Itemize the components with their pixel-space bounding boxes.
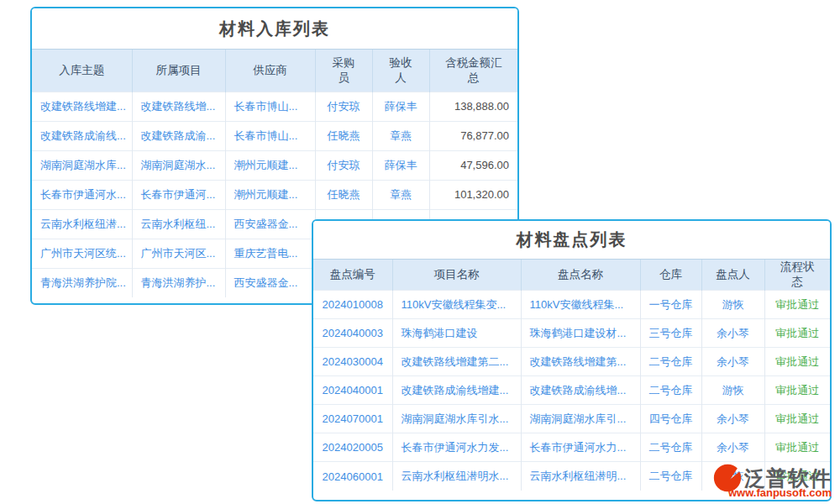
table-cell[interactable]: 改建铁路线增建第二... — [392, 348, 521, 376]
table-cell[interactable]: 改建铁路成渝线增建... — [392, 376, 521, 405]
table-row: 2024030004改建铁路线增建第二...改建铁路线增建第...二号仓库余小琴… — [313, 348, 830, 376]
table-cell[interactable]: 审批通过 — [764, 405, 830, 433]
table-cell[interactable]: 任晓燕 — [315, 180, 372, 209]
column-header: 含税金额汇总 — [429, 50, 517, 92]
table-cell[interactable]: 长春市博山... — [225, 121, 315, 150]
table-cell[interactable]: 2024040001 — [313, 376, 392, 405]
table-cell[interactable]: 二号仓库 — [640, 376, 701, 405]
material-inventory-panel: 材料盘点列表 盘点编号项目名称盘点名称仓库盘点人流程状态 20240100081… — [312, 219, 832, 501]
table-row: 改建铁路线增建...改建铁路线增...长春市博山...付安琼薛保丰138,888… — [32, 92, 517, 121]
table-cell[interactable]: 110kV安徽线程集... — [521, 291, 640, 319]
table-cell[interactable]: 章燕 — [372, 180, 429, 209]
table-cell[interactable]: 游恢 — [701, 291, 764, 319]
table-cell[interactable]: 云南水利枢纽潜... — [32, 209, 132, 239]
table-cell[interactable]: 潮州元顺建... — [225, 180, 315, 209]
table-cell[interactable]: 2024020005 — [313, 433, 392, 462]
table-cell[interactable]: 重庆艺普电... — [225, 239, 315, 268]
column-header: 入库主题 — [32, 50, 132, 92]
table-cell[interactable]: 任晓燕 — [315, 121, 372, 150]
table-cell[interactable]: 薛保丰 — [372, 92, 429, 121]
table-row: 湖南洞庭湖水库...湖南洞庭湖水...潮州元顺建...付安琼薛保丰47,596.… — [32, 150, 517, 180]
table-cell[interactable]: 余小琴 — [701, 348, 764, 376]
table-cell[interactable]: 青海洪湖养护院... — [32, 268, 132, 297]
table-cell[interactable]: 珠海鹤港口建设材... — [521, 319, 640, 348]
table-cell[interactable]: 长春市伊通河... — [132, 180, 225, 209]
table-cell[interactable]: 三号仓库 — [640, 319, 701, 348]
table-cell: 101,320.00 — [429, 180, 517, 209]
table-cell[interactable]: 付安琼 — [315, 92, 372, 121]
table-cell[interactable]: 2024060001 — [313, 462, 392, 491]
table-cell[interactable]: 110kV安徽线程集变... — [392, 291, 521, 319]
table-cell: 76,877.00 — [429, 121, 517, 150]
table-cell[interactable]: 珠海鹤港口建设 — [392, 319, 521, 348]
table-cell[interactable]: 四号仓库 — [640, 405, 701, 433]
table-cell[interactable]: 2024070001 — [313, 405, 392, 433]
table-row: 2024070001湖南洞庭湖水库引水...湖南洞庭湖水库引...四号仓库余小琴… — [313, 405, 830, 433]
table-cell[interactable]: 长春市博山... — [225, 92, 315, 121]
table-cell[interactable]: 章燕 — [372, 121, 429, 150]
table-row: 2024020005长春市伊通河水力发...长春市伊通河水力...二号仓库余小琴… — [313, 433, 830, 462]
table-cell[interactable]: 2024010008 — [313, 291, 392, 319]
table-cell[interactable]: 审批通过 — [764, 376, 830, 405]
column-header: 盘点编号 — [313, 260, 392, 291]
table-cell[interactable]: 改建铁路成渝线... — [32, 121, 132, 150]
column-header: 所属项目 — [132, 50, 225, 92]
material-inventory-table: 盘点编号项目名称盘点名称仓库盘点人流程状态 2024010008110kV安徽线… — [313, 260, 830, 491]
inbound-panel-title: 材料入库列表 — [32, 8, 517, 50]
inventory-panel-title: 材料盘点列表 — [313, 221, 830, 260]
table-cell[interactable]: 广州市天河区统... — [32, 239, 132, 268]
table-cell[interactable]: 薛保丰 — [372, 150, 429, 180]
table-cell[interactable]: 青海洪湖养护... — [132, 268, 225, 297]
column-header: 采购员 — [315, 50, 372, 92]
table-cell[interactable]: 西安盛器金... — [225, 268, 315, 297]
table-cell[interactable]: 长春市伊通河水力... — [521, 433, 640, 462]
column-header: 验收人 — [372, 50, 429, 92]
table-cell[interactable]: 云南水利枢纽潜明... — [521, 462, 640, 491]
column-header: 流程状态 — [764, 260, 830, 291]
table-cell[interactable]: 湖南洞庭湖水库引水... — [392, 405, 521, 433]
fanpu-watermark: 泛普软件 www.fanpusoft.com — [711, 462, 832, 499]
table-row: 改建铁路成渝线...改建铁路成渝...长春市博山...任晓燕章燕76,877.0… — [32, 121, 517, 150]
table-row: 2024010008110kV安徽线程集变...110kV安徽线程集...一号仓… — [313, 291, 830, 319]
table-row: 2024040003珠海鹤港口建设珠海鹤港口建设材...三号仓库余小琴审批通过 — [313, 319, 830, 348]
table-cell[interactable]: 审批通过 — [764, 319, 830, 348]
table-cell[interactable]: 云南水利枢纽潜明水... — [392, 462, 521, 491]
table-cell[interactable]: 改建铁路线增建... — [32, 92, 132, 121]
table-cell: 47,596.00 — [429, 150, 517, 180]
table-cell[interactable]: 改建铁路线增... — [132, 92, 225, 121]
table-cell[interactable]: 2024040003 — [313, 319, 392, 348]
table-cell[interactable]: 湖南洞庭湖水... — [132, 150, 225, 180]
table-cell[interactable]: 审批通过 — [764, 433, 830, 462]
table-cell[interactable]: 二号仓库 — [640, 462, 701, 491]
column-header: 盘点名称 — [521, 260, 640, 291]
table-cell[interactable]: 审批通过 — [764, 291, 830, 319]
table-row: 长春市伊通河水...长春市伊通河...潮州元顺建...任晓燕章燕101,320.… — [32, 180, 517, 209]
table-row: 2024040001改建铁路成渝线增建...改建铁路成渝线增...二号仓库游恢审… — [313, 376, 830, 405]
table-cell[interactable]: 改建铁路成渝... — [132, 121, 225, 150]
table-cell[interactable]: 余小琴 — [701, 405, 764, 433]
table-cell: 138,888.00 — [429, 92, 517, 121]
table-cell[interactable]: 一号仓库 — [640, 291, 701, 319]
column-header: 仓库 — [640, 260, 701, 291]
table-cell[interactable]: 2024030004 — [313, 348, 392, 376]
table-cell[interactable]: 付安琼 — [315, 150, 372, 180]
table-cell[interactable]: 潮州元顺建... — [225, 150, 315, 180]
column-header: 盘点人 — [701, 260, 764, 291]
table-cell[interactable]: 湖南洞庭湖水库... — [32, 150, 132, 180]
table-cell[interactable]: 改建铁路成渝线增... — [521, 376, 640, 405]
table-cell[interactable]: 长春市伊通河水力发... — [392, 433, 521, 462]
table-cell[interactable]: 云南水利枢纽... — [132, 209, 225, 239]
table-cell[interactable]: 二号仓库 — [640, 433, 701, 462]
table-cell[interactable]: 广州市天河区... — [132, 239, 225, 268]
table-cell[interactable]: 改建铁路线增建第... — [521, 348, 640, 376]
table-cell[interactable]: 长春市伊通河水... — [32, 180, 132, 209]
table-cell[interactable]: 西安盛器金... — [225, 209, 315, 239]
table-cell[interactable]: 审批通过 — [764, 348, 830, 376]
table-cell[interactable]: 余小琴 — [701, 319, 764, 348]
table-cell[interactable]: 余小琴 — [701, 433, 764, 462]
table-cell[interactable]: 二号仓库 — [640, 348, 701, 376]
table-cell[interactable]: 游恢 — [701, 376, 764, 405]
inventory-header-row: 盘点编号项目名称盘点名称仓库盘点人流程状态 — [313, 260, 830, 291]
watermark-url-text: www.fanpusoft.com — [728, 486, 832, 499]
table-cell[interactable]: 湖南洞庭湖水库引... — [521, 405, 640, 433]
